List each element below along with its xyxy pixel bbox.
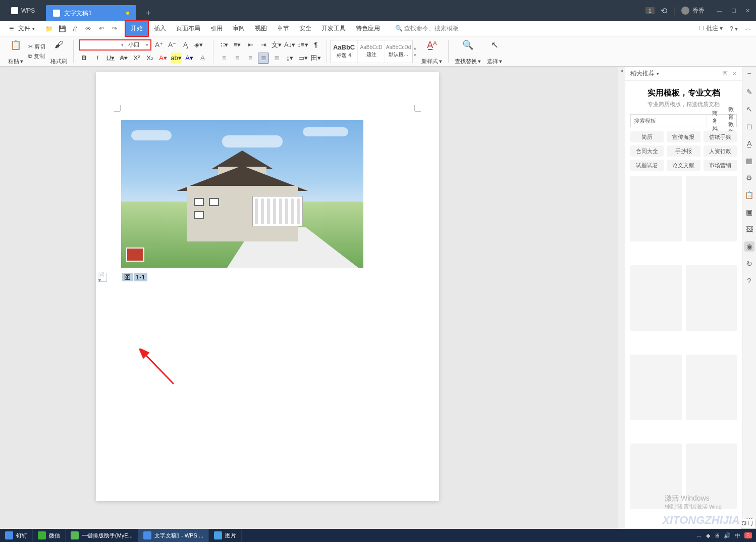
italic-button[interactable]: I <box>92 53 103 64</box>
style-default[interactable]: AaBbCcDd 默认段... <box>385 40 412 63</box>
sync-icon[interactable]: ⟲ <box>661 6 667 16</box>
paste-group[interactable]: 📋 粘贴▾ <box>5 38 26 65</box>
highlight-button[interactable]: ab▾ <box>171 53 182 64</box>
font-color-button[interactable]: A▾ <box>184 53 195 64</box>
tray-app-icon[interactable]: ◆ <box>706 532 710 539</box>
chevron-down-icon[interactable]: ▾ <box>657 71 659 76</box>
maximize-button[interactable]: ☐ <box>731 8 736 14</box>
tag-thesis[interactable]: 论文文献 <box>667 160 700 171</box>
pin-icon[interactable]: ⇱ <box>723 70 728 77</box>
taskbar-typeset[interactable]: 一键排版助手(MyE... <box>66 529 138 542</box>
bullets-button[interactable]: ∷▾ <box>219 39 230 51</box>
template-card[interactable] <box>686 176 737 241</box>
collapse-ribbon-button[interactable]: ︿ <box>745 24 751 33</box>
annotate-button[interactable]: ☐ 批注 ▾ <box>698 24 723 33</box>
document-page[interactable]: 📄▾ 图1-1 <box>96 72 439 501</box>
clipboard-icon[interactable]: 📋 <box>744 190 754 200</box>
tag-poster[interactable]: 宣传海报 <box>667 131 700 142</box>
superscript-button[interactable]: X² <box>131 53 142 64</box>
align-justify-button[interactable]: ≣ <box>258 53 269 64</box>
increase-font-button[interactable]: A⁺ <box>153 39 165 51</box>
template-card[interactable] <box>630 176 682 241</box>
new-style-group[interactable]: A̲ᴬ 新样式▾ <box>418 38 445 65</box>
decrease-font-button[interactable]: A⁻ <box>167 39 178 51</box>
text-direction-button[interactable]: 文▾ <box>271 39 282 51</box>
close-button[interactable]: ✕ <box>745 8 750 14</box>
distribute-button[interactable]: ≣ <box>271 53 282 64</box>
minimize-button[interactable]: — <box>717 8 722 14</box>
text-effects-button[interactable]: A▾ <box>157 53 169 64</box>
inserted-image[interactable] <box>121 120 363 268</box>
menu-start[interactable]: 开始 <box>125 20 149 37</box>
menu-review[interactable]: 审阅 <box>228 21 250 36</box>
help-icon[interactable]: ? <box>744 276 754 286</box>
tag-marketing[interactable]: 市场营销 <box>704 160 737 171</box>
tray-network-icon[interactable]: 🖥 <box>714 532 720 538</box>
style-caption[interactable]: AaBbCcD 题注 <box>358 40 385 63</box>
file-menu[interactable]: 文件 ▾ <box>5 24 39 33</box>
redo-button[interactable]: ↷ <box>110 24 120 34</box>
shape-icon[interactable]: ◻ <box>744 121 754 131</box>
document-tab[interactable]: 文字文稿1 <box>46 5 136 21</box>
underline-button[interactable]: U▾ <box>105 53 116 64</box>
search-tab-education[interactable]: 教育教学 <box>723 115 739 127</box>
tag-contract[interactable]: 合同大全 <box>630 145 664 157</box>
paragraph-handle-icon[interactable]: 📄▾ <box>98 273 107 282</box>
grid-icon[interactable]: ▦ <box>744 156 754 166</box>
cut-button[interactable]: ✂ 剪切 <box>28 43 45 51</box>
increase-indent-button[interactable]: ⇥ <box>258 39 269 51</box>
select-group[interactable]: ↖ 选择▾ <box>484 38 505 65</box>
phonetic-button[interactable]: A̤ <box>197 53 208 64</box>
numbering-button[interactable]: ≡▾ <box>232 39 243 51</box>
change-case-button[interactable]: A̧ <box>180 39 191 51</box>
template-card[interactable] <box>686 355 737 420</box>
font-name-input[interactable]: ▾ <box>80 40 126 50</box>
find-replace-group[interactable]: 🔍 查找替换▾ <box>452 38 484 65</box>
command-search[interactable]: 🔍 查找命令、搜索模板 <box>395 24 459 33</box>
format-painter-group[interactable]: 🖌 格式刷 <box>47 38 70 65</box>
menu-devtools[interactable]: 开发工具 <box>316 21 351 36</box>
menu-insert[interactable]: 插入 <box>149 21 171 36</box>
tray-sogou-icon[interactable]: S <box>744 532 752 538</box>
notification-badge[interactable]: 1 <box>645 7 655 14</box>
subscript-button[interactable]: X₂ <box>144 53 155 64</box>
menu-chapter[interactable]: 章节 <box>272 21 294 36</box>
help-button[interactable]: ? ▾ <box>730 25 738 32</box>
menu-view[interactable]: 视图 <box>250 21 272 36</box>
ime-indicator[interactable]: CH 丿 <box>741 519 756 529</box>
menu-security[interactable]: 安全 <box>294 21 316 36</box>
style-up-button[interactable]: ▴ <box>414 45 416 51</box>
template-search-input[interactable] <box>631 115 707 127</box>
hamburger-icon[interactable]: ≡ <box>744 70 754 80</box>
search-tab-business[interactable]: 商务风 <box>707 115 723 127</box>
tag-exam[interactable]: 试题试卷 <box>630 160 664 171</box>
open-icon[interactable]: 📁 <box>44 24 54 34</box>
bold-button[interactable]: B <box>79 53 90 64</box>
refresh-icon[interactable]: ↻ <box>744 259 754 269</box>
align-left-button[interactable]: ≡ <box>219 53 230 64</box>
image-icon[interactable]: 🖼 <box>744 224 754 234</box>
taskbar-dingtalk[interactable]: 钉钉 <box>0 529 33 542</box>
template-card[interactable] <box>630 355 682 420</box>
new-tab-button[interactable]: + <box>140 5 156 21</box>
taskbar-wechat[interactable]: 微信 <box>33 529 66 542</box>
screenshot-icon[interactable]: ▣ <box>744 207 754 217</box>
print-preview-icon[interactable]: 👁 <box>83 24 93 34</box>
decrease-indent-button[interactable]: ⇤ <box>245 39 256 51</box>
template-card[interactable] <box>686 265 737 331</box>
image-caption[interactable]: 图1-1 <box>122 273 147 282</box>
tag-resume[interactable]: 简历 <box>630 131 664 142</box>
print-icon[interactable]: 🖨 <box>70 24 80 34</box>
style-heading4[interactable]: AaBbC 标题 4 <box>331 40 358 63</box>
shading-button[interactable]: ▭▾ <box>297 53 308 64</box>
style-down-button[interactable]: ▾ <box>414 53 416 58</box>
paragraph-spacing-button[interactable]: ↨▾ <box>284 53 295 64</box>
align-right-button[interactable]: ≡ <box>245 53 256 64</box>
panel-toggle-icon[interactable]: ◂ <box>618 68 625 73</box>
template-card[interactable] <box>630 265 682 331</box>
tag-handdraw[interactable]: 手抄报 <box>667 145 700 157</box>
copy-button[interactable]: ⧉ 复制 <box>28 53 45 60</box>
menu-references[interactable]: 引用 <box>205 21 228 36</box>
text-icon[interactable]: A̲ <box>744 138 754 149</box>
menu-special[interactable]: 特色应用 <box>351 21 385 36</box>
